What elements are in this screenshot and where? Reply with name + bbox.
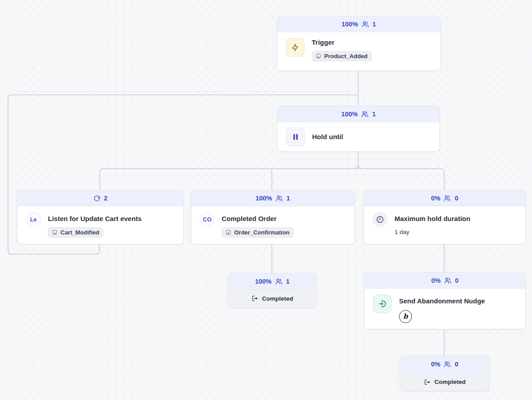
percent-value: 0%: [431, 195, 440, 202]
count-value: 0: [455, 277, 459, 284]
enter-action-icon: [373, 294, 392, 313]
node-title: Hold until: [312, 132, 343, 141]
event-selector-icon: [226, 230, 232, 235]
node-content: CO Completed Order Order_Confirmation: [191, 206, 354, 244]
node-content: Trigger Product_Added: [277, 32, 440, 70]
edge-hold-stub: [355, 151, 358, 169]
node-content: Completed: [400, 373, 489, 391]
hold-duration-value: 1 day: [395, 229, 409, 235]
clock-icon: [373, 212, 387, 227]
node-title: Send Abandonment Nudge: [399, 297, 485, 306]
node-title: Listen for Update Cart events: [48, 214, 142, 223]
bolt-icon: [286, 38, 305, 57]
count-value: 1: [287, 195, 290, 202]
event-badge-label: Order_Confirmation: [234, 229, 290, 236]
node-stats: 0% 0: [400, 356, 489, 373]
node-title: Completed Order: [222, 214, 277, 223]
percent-value: 0%: [431, 277, 441, 284]
node-title: Maximum hold duration: [395, 214, 470, 223]
node-exit-completed-mid[interactable]: 100% 1 Completed: [227, 273, 317, 308]
event-badge-label: Product_Added: [324, 53, 368, 60]
percent-value: 100%: [255, 195, 272, 202]
pause-icon: [286, 128, 305, 146]
node-avatar: Le: [26, 212, 41, 227]
users-icon: [443, 194, 451, 202]
users-icon: [361, 110, 369, 118]
braze-logo-icon: b: [399, 310, 412, 323]
event-selector-icon: [316, 53, 322, 59]
node-avatar: CO: [200, 212, 215, 227]
node-stats: 100% 1: [191, 191, 354, 206]
node-exit-completed-bottom[interactable]: 0% 0 Completed: [400, 356, 489, 391]
node-send-abandonment-nudge[interactable]: 0% 0 Send Abandonment Nudge b: [364, 272, 526, 329]
exit-icon: [251, 295, 258, 302]
count-value: 0: [455, 195, 458, 202]
node-hold-until[interactable]: 100% 1 Hold until: [277, 106, 440, 152]
count-value: 1: [372, 111, 376, 118]
node-listen-update-cart[interactable]: 2 Le Listen for Update Cart events Cart_…: [17, 190, 184, 244]
count-value: 1: [286, 278, 290, 285]
node-content: Maximum hold duration 1 day: [364, 206, 525, 244]
node-content: Le Listen for Update Cart events Cart_Mo…: [17, 206, 183, 244]
users-icon: [275, 277, 283, 285]
event-badge-label: Cart_Modified: [60, 229, 99, 236]
event-selector-icon: [52, 230, 58, 235]
node-trigger[interactable]: 100% 1 Trigger Product_Added: [277, 16, 441, 71]
exit-icon: [424, 379, 431, 386]
users-icon: [444, 277, 452, 285]
percent-value: 100%: [341, 111, 358, 118]
event-badge[interactable]: Order_Confirmation: [222, 227, 294, 238]
event-badge[interactable]: Product_Added: [312, 51, 372, 61]
count-value: 0: [455, 361, 458, 368]
loop-icon: [93, 195, 101, 202]
node-maximum-hold-duration[interactable]: 0% 0 Maximum hold duration 1 day: [364, 190, 526, 244]
exit-label: Completed: [262, 295, 293, 302]
node-stats: 100% 1: [228, 273, 317, 289]
node-content: Hold until: [278, 122, 439, 151]
edge-branch-bracket: [100, 169, 444, 190]
count-value: 1: [373, 21, 376, 28]
edge-hold-stub-fillet: [358, 165, 362, 169]
node-stats: 2: [17, 191, 183, 206]
node-stats: 100% 1: [278, 106, 439, 122]
percent-value: 0%: [431, 361, 440, 368]
node-stats: 100% 1: [277, 17, 440, 32]
users-icon: [443, 360, 451, 368]
loop-count-value: 2: [104, 195, 107, 202]
node-title: Trigger: [312, 38, 335, 47]
users-icon: [361, 20, 369, 28]
event-badge[interactable]: Cart_Modified: [48, 227, 103, 238]
node-content: Send Abandonment Nudge b: [365, 289, 525, 329]
node-stats: 0% 0: [365, 272, 525, 289]
users-icon: [275, 194, 283, 202]
node-completed-order[interactable]: 100% 1 CO Completed Order Order_Confirma…: [191, 190, 355, 244]
exit-label: Completed: [434, 379, 466, 385]
node-stats: 0% 0: [364, 191, 525, 206]
percent-value: 100%: [341, 21, 358, 28]
node-content: Completed: [228, 289, 317, 307]
percent-value: 100%: [255, 278, 271, 285]
